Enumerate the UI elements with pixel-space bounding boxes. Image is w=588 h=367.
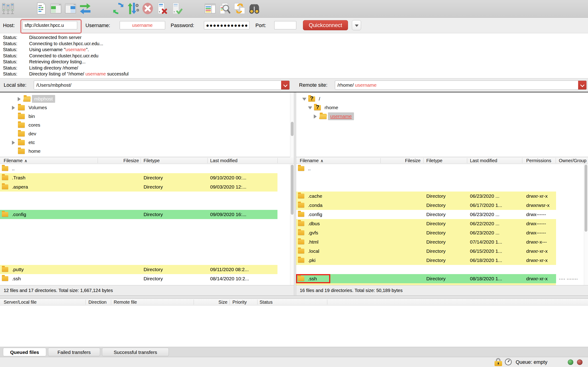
file-row-aspera[interactable]: .asperaDirectory09/03/2020 12:... xyxy=(0,182,294,192)
column-direction[interactable]: Direction xyxy=(88,299,107,306)
username-label: Username: xyxy=(86,18,110,33)
column-permissions[interactable]: Permissions xyxy=(526,157,551,164)
username-input[interactable] xyxy=(120,21,165,29)
file-name: .dbus xyxy=(308,219,320,228)
file-modified: 09/09/2020 16:... xyxy=(210,210,246,219)
file-row-pki[interactable]: .pkiDirectory06/18/2020 1...drwxr-xr-x xyxy=(296,256,588,265)
toolbar-button-filter[interactable] xyxy=(204,2,216,15)
quickconnect-dropdown-button[interactable] xyxy=(352,20,361,30)
file-name: .html xyxy=(308,237,319,247)
file-type: Directory xyxy=(426,201,446,210)
file-row-putty[interactable]: .puttyDirectory09/11/2020 08:2... xyxy=(0,265,294,274)
tree-item-username[interactable]: username xyxy=(296,112,588,121)
file-type: Directory xyxy=(144,265,163,274)
file-permissions: drwx------ xyxy=(526,228,546,237)
toolbar-button-compare[interactable] xyxy=(248,2,260,15)
column-priority[interactable]: Priority xyxy=(233,299,247,306)
tree-item-cores[interactable]: cores xyxy=(0,121,294,129)
column-size[interactable]: Size xyxy=(198,299,227,306)
combo-dropdown-icon[interactable] xyxy=(578,81,586,90)
toolbar-button-site-manager[interactable] xyxy=(2,2,14,15)
tab-queued-files[interactable]: Queued files xyxy=(3,348,46,356)
toolbar-button-reconnect[interactable] xyxy=(171,2,183,15)
file-row-config[interactable]: .configDirectory09/09/2020 16:... xyxy=(0,210,294,219)
tree-item-label: Volumes xyxy=(26,104,49,111)
column-filesize[interactable]: Filesize xyxy=(389,157,421,164)
file-permissions: drwx------ xyxy=(526,219,546,228)
file-row-[interactable]: .. xyxy=(296,164,588,173)
file-row-local[interactable]: .localDirectory06/15/2020 1...drwxr-xr-x xyxy=(296,247,588,256)
speed-limit-icon[interactable] xyxy=(505,359,512,365)
file-row-conda[interactable]: .condaDirectory06/17/2020 1...drwxrwsr-x xyxy=(296,201,588,210)
expand-arrow-icon[interactable] xyxy=(314,115,317,119)
remote-site-combo[interactable]: /rhome/ username xyxy=(335,81,587,90)
tree-item-root[interactable]: / xyxy=(296,94,588,103)
status-log-line: Status:Disconnected from server xyxy=(0,34,588,41)
row-highlight xyxy=(296,228,556,237)
file-row-ssh[interactable]: .sshDirectory08/14/2020 10:2... xyxy=(0,274,294,283)
expand-arrow-icon[interactable] xyxy=(12,106,15,110)
remote-list-scroll-thumb[interactable] xyxy=(585,165,587,232)
file-row-Trash[interactable]: .TrashDirectory09/10/2020 00:... xyxy=(0,173,294,182)
tree-item-mbphost[interactable]: mbphost xyxy=(0,94,294,103)
quickconnect-button[interactable]: Quickconnect xyxy=(303,20,348,30)
tree-item-etc[interactable]: etc xyxy=(0,138,294,147)
file-modified: 06/23/2020 ... xyxy=(470,192,499,201)
file-row-[interactable]: .. xyxy=(0,164,294,173)
combo-dropdown-icon[interactable] xyxy=(281,81,289,90)
tree-item-Volumes[interactable]: Volumes xyxy=(0,103,294,112)
collapse-arrow-icon[interactable] xyxy=(308,106,312,109)
column-server-local-file[interactable]: Server/Local file xyxy=(4,299,36,306)
tree-item-label: etc xyxy=(26,139,37,146)
column-filename[interactable]: Filename xyxy=(4,157,27,164)
file-row-dbus[interactable]: .dbusDirectory06/22/2020 ...drwx------ xyxy=(296,219,588,228)
expand-arrow-icon[interactable] xyxy=(12,141,15,145)
file-row-cache[interactable]: .cacheDirectory06/23/2020 ...drwxr-xr-x xyxy=(296,192,588,201)
toolbar-button-process-queue[interactable] xyxy=(127,2,139,15)
file-row-config[interactable]: .configDirectory06/23/2020 ...drwx------ xyxy=(296,210,588,219)
host-input[interactable] xyxy=(23,21,77,29)
toolbar-button-sync-browsing[interactable] xyxy=(233,2,246,15)
file-row-redacted xyxy=(0,219,294,228)
port-input[interactable] xyxy=(274,21,296,29)
toolbar-button-cancel[interactable] xyxy=(141,2,154,15)
column-last-modified[interactable]: Last modified xyxy=(470,157,497,164)
column-last-modified[interactable]: Last modified xyxy=(210,157,237,164)
column-filetype[interactable]: Filetype xyxy=(426,157,442,164)
status-log-line: Status:Retrieving directory listing... xyxy=(0,59,588,65)
column-owner-group[interactable]: Owner/Group xyxy=(559,157,586,164)
column-filename[interactable]: Filename xyxy=(300,157,323,164)
tab-successful-transfers[interactable]: Successful transfers xyxy=(102,348,169,356)
password-input[interactable] xyxy=(204,21,250,29)
queue-splitter[interactable] xyxy=(0,295,588,299)
column-filesize[interactable]: Filesize xyxy=(106,157,139,164)
file-row-ssh[interactable]: .sshDirectory08/18/2020 1...drwxr-xr-x··… xyxy=(296,274,588,283)
file-row-gvfs[interactable]: .gvfsDirectory06/23/2020 ...drwx------ xyxy=(296,228,588,237)
local-tree-scroll-thumb[interactable] xyxy=(291,122,294,136)
toolbar-button-disconnect[interactable] xyxy=(156,2,169,15)
tree-item-rhome[interactable]: rhome xyxy=(296,103,588,112)
local-site-combo[interactable]: /Users/mbphost/ xyxy=(34,81,290,90)
toolbar-button-search[interactable] xyxy=(219,2,231,15)
collapse-arrow-icon[interactable] xyxy=(302,98,306,101)
toolbar-button-log-view[interactable] xyxy=(35,2,47,15)
column-remote-file[interactable]: Remote file xyxy=(114,299,137,306)
toolbar-button-refresh[interactable] xyxy=(112,2,124,15)
file-type: Directory xyxy=(426,210,446,219)
tree-item-home[interactable]: home xyxy=(0,147,294,156)
tab-failed-transfers[interactable]: Failed transfers xyxy=(48,348,100,356)
file-row-redacted xyxy=(296,265,588,274)
column-filetype[interactable]: Filetype xyxy=(144,157,160,164)
file-type: Directory xyxy=(144,182,163,192)
lock-icon[interactable] xyxy=(494,358,502,366)
column-status[interactable]: Status xyxy=(259,299,273,306)
tree-item-dev[interactable]: dev xyxy=(0,129,294,138)
toolbar-button-transfer-queue[interactable] xyxy=(79,2,91,15)
local-list-scroll-thumb[interactable] xyxy=(291,165,294,215)
tree-item-bin[interactable]: bin xyxy=(0,112,294,121)
green-indicator-icon xyxy=(568,359,573,365)
file-row-html[interactable]: .htmlDirectory07/14/2020 1...drwxr-x--- xyxy=(296,237,588,247)
toolbar-button-remote-tree[interactable] xyxy=(64,2,77,15)
toolbar-button-local-tree[interactable] xyxy=(50,2,62,15)
expand-arrow-icon[interactable] xyxy=(18,97,21,101)
